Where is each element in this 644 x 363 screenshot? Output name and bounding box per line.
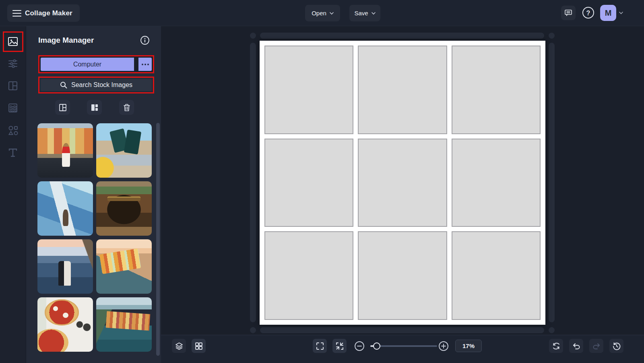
layout-filled-button[interactable] [87,100,102,115]
undo-icon [572,342,581,351]
info-icon [140,35,150,45]
avatar[interactable]: M [600,5,616,21]
ellipsis-icon [142,64,143,65]
fit-screen-button[interactable] [332,339,347,353]
image-manager-panel: Image Manager Computer Search Stock Imag… [26,26,161,363]
collage-cell[interactable] [264,231,353,320]
fit-screen-icon [335,342,344,351]
computer-label: Computer [73,61,101,68]
canvas-handle-top-right[interactable] [549,33,555,39]
hamburger-menu-icon [12,9,22,17]
more-sources-button[interactable] [138,58,152,71]
delete-images-button[interactable] [119,100,134,115]
image-thumbnail[interactable] [37,123,93,178]
zoom-out-icon [354,341,365,351]
chevron-down-icon [372,11,376,15]
sidebar-item-background[interactable] [6,101,20,115]
texture-icon [7,102,19,114]
history-button[interactable] [609,339,623,353]
sidebar-item-elements[interactable] [6,123,20,137]
collage-cell[interactable] [264,139,353,227]
help-button[interactable]: ? [582,6,594,19]
canvas-scrollbar-right[interactable] [549,43,555,322]
zoom-out-button[interactable] [352,339,366,353]
search-stock-images-button[interactable]: Search Stock Images [41,79,152,91]
collage-cell[interactable] [358,231,447,320]
sidebar-item-text[interactable] [6,145,20,160]
grid-outline-icon [58,103,67,112]
panel-scrollbar[interactable] [156,123,160,356]
bottom-toolbar: 17% [161,335,644,363]
text-icon [7,147,19,158]
layout-grid-button[interactable] [55,100,70,115]
undo-button[interactable] [569,339,583,353]
chevron-down-icon [619,11,623,15]
canvas-scrollbar-bottom[interactable] [260,327,544,333]
search-icon [60,81,67,89]
zoom-in-button[interactable] [436,339,450,353]
sidebar-item-adjust[interactable] [6,56,20,71]
collage-canvas[interactable] [260,41,545,325]
canvas-scrollbar-top[interactable] [260,33,544,39]
zoom-level-field[interactable]: 17% [455,340,482,352]
canvas-handle-bottom-right[interactable] [549,327,555,333]
app-title: Collage Maker [25,9,72,17]
collage-cell[interactable] [264,46,353,134]
sliders-icon [7,58,19,69]
image-thumbnail[interactable] [96,297,152,352]
layers-button[interactable] [172,339,186,353]
zoom-in-icon [438,341,449,351]
panel-title: Image Manager [38,36,94,45]
sync-icon [552,342,561,351]
image-thumbnail[interactable] [96,123,152,178]
layout-icon [7,80,19,91]
grid-filled-icon [90,103,99,112]
layers-icon [175,342,184,351]
save-label: Save [354,10,368,17]
feedback-button[interactable] [561,6,576,20]
refresh-canvas-button[interactable] [549,339,563,353]
top-bar: Collage Maker Open Save ? M [0,0,644,26]
search-label: Search Stock Images [71,81,132,89]
pages-button[interactable] [192,339,206,353]
collage-cell[interactable] [358,139,447,227]
divider [134,58,138,71]
image-thumbnail[interactable] [96,239,152,294]
collage-cell[interactable] [358,46,447,134]
collage-cell[interactable] [452,139,541,227]
canvas-scrollbar-left[interactable] [250,43,256,322]
history-icon [612,342,621,351]
trash-icon [122,103,131,112]
open-label: Open [312,10,326,17]
main-menu-button[interactable]: Collage Maker [7,4,80,22]
help-icon: ? [582,6,594,19]
zoom-level-value: 17% [462,342,475,349]
fullscreen-icon [316,342,324,351]
annotation-box-computer: Computer [38,55,154,73]
chevron-down-icon [330,11,334,15]
annotation-box-search: Search Stock Images [38,77,154,93]
collage-cell[interactable] [452,46,541,134]
image-thumbnail-list [37,123,152,352]
collage-cell[interactable] [452,231,541,320]
annotation-box-image-manager [3,31,23,52]
canvas-handle-top-left[interactable] [250,33,256,39]
sidebar-item-layout[interactable] [6,79,20,93]
image-thumbnail[interactable] [37,239,93,294]
save-button[interactable]: Save [349,5,380,21]
fullscreen-button[interactable] [313,339,327,353]
image-thumbnail[interactable] [37,297,93,352]
account-menu-chevron[interactable] [619,11,623,15]
zoom-slider-thumb[interactable] [373,342,380,350]
canvas-workspace [161,26,644,335]
open-button[interactable]: Open [305,5,340,21]
info-button[interactable] [140,35,150,45]
image-thumbnail[interactable] [37,181,93,236]
canvas-handle-bottom-left[interactable] [250,327,256,333]
upload-from-computer-button[interactable]: Computer [41,58,134,71]
avatar-initial: M [605,8,612,18]
image-thumbnail[interactable] [96,181,152,236]
svg-text:?: ? [586,10,590,17]
grid-2x2-icon [194,342,203,351]
redo-button[interactable] [589,339,603,353]
